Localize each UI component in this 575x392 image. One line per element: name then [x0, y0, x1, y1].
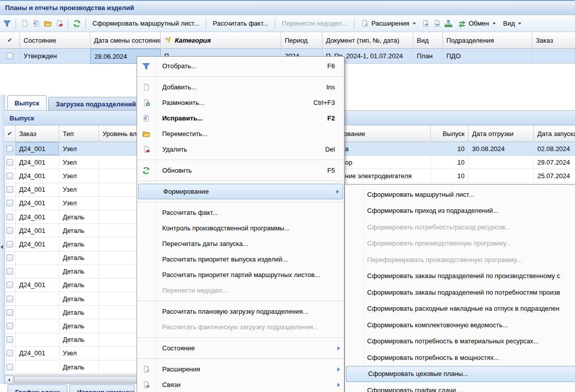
- column-header-type[interactable]: Тип: [59, 125, 99, 142]
- row-checkbox[interactable]: [7, 186, 13, 193]
- select-all-column-header[interactable]: ✔: [0, 32, 20, 49]
- row-checkbox[interactable]: [7, 309, 13, 316]
- menu-separator: [138, 160, 343, 160]
- menu-item-calc-batch-priority[interactable]: Рассчитать приоритет партий маршрутных л…: [137, 267, 344, 283]
- extensions-button[interactable]: Расширения: [359, 19, 418, 29]
- menu-item-recalc-launch-dates[interactable]: Пересчитать даты запуска...: [137, 236, 344, 251]
- submenu-item-issue-invoices[interactable]: Сформировать расходные накладные на отпу…: [345, 301, 575, 317]
- row-checkbox[interactable]: [7, 214, 13, 220]
- submenu-item-reform-production-program[interactable]: Переформировать производственную програм…: [345, 251, 575, 268]
- sitemap-icon[interactable]: [444, 20, 452, 28]
- column-header-document[interactable]: Документ (тип, №, дата): [322, 32, 413, 49]
- menu-item-move-unfinished[interactable]: Перенести недодел...: [137, 283, 344, 298]
- menu-item-refresh[interactable]: ОбновитьF5: [137, 163, 344, 178]
- row-checkbox[interactable]: [7, 282, 13, 288]
- submenu-item-picking-list[interactable]: Сформировать комплектовочную ведомость..…: [345, 317, 575, 333]
- move-folder-icon[interactable]: [44, 20, 52, 28]
- menu-item-program-control[interactable]: Контроль производственной программы...: [137, 220, 344, 236]
- exchange-button[interactable]: Обмен: [456, 19, 498, 29]
- import-document-icon[interactable]: [433, 20, 441, 28]
- column-header-state[interactable]: Состояние: [20, 32, 90, 49]
- scroll-left-button[interactable]: [5, 375, 14, 384]
- cell-kind: План: [413, 49, 443, 64]
- filter-icon[interactable]: [3, 20, 11, 28]
- column-header-order[interactable]: Заказ: [16, 125, 59, 142]
- submenu-item-orders-by-demand[interactable]: Сформировать заказы подразделений по пот…: [345, 284, 575, 301]
- menu-item-filter[interactable]: Отобрать...F6: [137, 58, 344, 74]
- add-icon[interactable]: [21, 20, 29, 28]
- row-checkbox[interactable]: [7, 200, 13, 206]
- links-icon: [142, 381, 151, 388]
- submenu-item-capacity-demand[interactable]: Сформировать потребность в мощностях...: [345, 349, 575, 366]
- menu-separator: [138, 337, 343, 338]
- column-header-state-date[interactable]: Дата смены состояния: [90, 32, 161, 49]
- column-header-kind[interactable]: Вид: [413, 32, 443, 49]
- move-unfinished-button[interactable]: Перенести недодел...: [280, 19, 349, 28]
- submenu-arrow-icon: [336, 190, 339, 194]
- row-checkbox[interactable]: [7, 227, 13, 234]
- column-header-launch-date[interactable]: Дата запуска: [534, 125, 575, 142]
- menu-separator: [138, 76, 343, 77]
- export-document-icon[interactable]: [421, 20, 429, 28]
- column-header-departments[interactable]: Подразделения: [443, 32, 532, 49]
- row-checkbox[interactable]: [7, 146, 13, 152]
- chevron-down-icon: [493, 23, 496, 25]
- submenu-item-material-demand[interactable]: Сформировать потребность в материальных …: [345, 333, 575, 350]
- column-header-order[interactable]: Заказ: [532, 32, 575, 49]
- submenu-item-route-list[interactable]: Сформировать маршрутный лист...: [345, 186, 575, 203]
- view-button[interactable]: Вид: [501, 19, 524, 28]
- column-header-output[interactable]: Выпуск: [431, 125, 469, 142]
- form-route-list-button[interactable]: Сформировать маршрутный лист...: [90, 19, 201, 28]
- tab-release[interactable]: Выпуск: [7, 95, 47, 110]
- column-header-category[interactable]: Категория: [161, 32, 281, 49]
- toolbar-separator: [68, 19, 68, 29]
- chevron-down-icon: [413, 23, 416, 25]
- row-checkbox[interactable]: [7, 53, 13, 59]
- menu-item-edit[interactable]: Исправить...F2: [137, 110, 344, 126]
- row-checkbox[interactable]: [7, 241, 13, 247]
- row-checkbox[interactable]: [7, 350, 13, 356]
- toolbar-separator: [206, 19, 206, 29]
- calc-fact-button[interactable]: Рассчитать факт...: [211, 19, 271, 28]
- menu-item-calc-fact[interactable]: Рассчитать факт...: [137, 205, 344, 220]
- toolbar-separator: [16, 19, 16, 29]
- submenu-item-production-program[interactable]: Сформировать производственную программу.…: [345, 235, 575, 252]
- row-checkbox[interactable]: [7, 296, 13, 302]
- row-checkbox[interactable]: [7, 159, 13, 166]
- menu-item-calc-release-priority[interactable]: Рассчитать приоритет выпуска изделий...: [137, 251, 344, 267]
- cell-departments: ПДО: [443, 49, 532, 64]
- tab-change-history[interactable]: История изменений: [69, 384, 135, 392]
- menu-separator: [138, 301, 343, 301]
- menu-item-calc-planned-load[interactable]: Рассчитать плановую загрузку подразделен…: [137, 304, 344, 319]
- select-all-column-header[interactable]: ✔: [5, 125, 16, 142]
- menu-item-extensions[interactable]: Расширения: [137, 361, 344, 377]
- collapse-arrow-icon[interactable]: [1, 245, 3, 249]
- row-checkbox[interactable]: [7, 364, 13, 370]
- edit-icon[interactable]: [32, 20, 40, 28]
- column-header-period[interactable]: Период: [281, 32, 322, 49]
- row-checkbox[interactable]: [7, 254, 13, 261]
- submenu-item-shop-plans[interactable]: Сформировать цеховые планы...: [346, 366, 575, 382]
- tab-delivery-schedule[interactable]: График сдачи: [8, 384, 67, 392]
- menu-item-duplicate[interactable]: Размножить...Ctrl+F3: [137, 95, 344, 110]
- submenu-item-resource-demand[interactable]: Сформировать потребность/расход ресурсов…: [345, 219, 575, 235]
- menu-item-generation[interactable]: Формирование: [138, 184, 343, 199]
- submenu-item-incoming-from-departments[interactable]: Сформировать приход из подразделений...: [345, 203, 575, 219]
- menu-item-move[interactable]: Переместить...: [137, 126, 344, 142]
- delete-icon[interactable]: [55, 20, 63, 28]
- refresh-icon[interactable]: [73, 20, 81, 28]
- menu-item-state[interactable]: Состояние: [137, 340, 344, 356]
- menu-item-add[interactable]: Добавить...Ins: [137, 79, 344, 95]
- row-checkbox[interactable]: [7, 336, 13, 343]
- row-checkbox[interactable]: [7, 323, 13, 329]
- toolbar-separator: [275, 19, 275, 29]
- menu-item-links[interactable]: Связи: [137, 377, 344, 392]
- menu-item-delete[interactable]: УдалитьDel: [137, 142, 344, 157]
- submenu-item-orders-by-production[interactable]: Сформировать заказы подразделений по про…: [345, 268, 575, 285]
- row-checkbox[interactable]: [7, 173, 13, 179]
- submenu-item-delivery-schedule[interactable]: Сформировать график сдачи...: [345, 382, 575, 392]
- tab-load-departments[interactable]: Загрузка подразделений: [48, 97, 141, 110]
- column-header-ship-date[interactable]: Дата отгрузки: [469, 125, 534, 142]
- row-checkbox[interactable]: [7, 268, 13, 275]
- menu-item-calc-actual-load[interactable]: Рассчитать фактическую загрузку подразде…: [137, 319, 344, 335]
